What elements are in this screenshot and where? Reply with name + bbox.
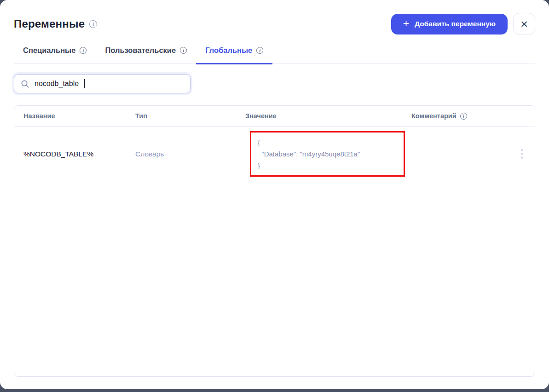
col-header-value: Значение	[245, 106, 411, 126]
search-icon	[21, 80, 29, 88]
tab-special[interactable]: Специальные i	[14, 46, 96, 64]
kebab-dot	[521, 156, 523, 159]
comment-info-icon[interactable]: i	[460, 113, 467, 120]
title-info-icon[interactable]: i	[89, 20, 97, 28]
tab-user-label: Пользовательские	[105, 46, 176, 55]
title-wrap: Переменные i	[14, 17, 97, 30]
col-header-type-label: Тип	[135, 112, 147, 120]
table-header-row: Название Тип Значение Комментарий i	[14, 106, 535, 127]
plus-icon: +	[403, 18, 409, 29]
variable-value-cell[interactable]: { "Database": "m4yry45uqe8t21a" }	[245, 131, 411, 177]
tab-bar: Специальные i Пользовательские i Глобаль…	[14, 46, 535, 64]
tab-user-info-icon[interactable]: i	[180, 47, 187, 54]
modal-header: Переменные i + Добавить переменную ✕	[14, 0, 535, 35]
tab-global-label: Глобальные	[205, 46, 252, 55]
variable-type-cell: Словарь	[135, 150, 245, 158]
kebab-dot	[521, 149, 523, 151]
add-variable-label: Добавить переменную	[415, 20, 496, 28]
col-header-comment: Комментарий i	[411, 106, 507, 126]
col-header-value-label: Значение	[245, 112, 277, 120]
variables-modal: Переменные i + Добавить переменную ✕ Спе…	[0, 0, 549, 389]
search-value: nocodb_table	[35, 80, 79, 88]
col-header-type: Тип	[135, 106, 245, 126]
header-actions: + Добавить переменную ✕	[391, 13, 535, 35]
col-header-name-label: Название	[23, 112, 55, 120]
col-header-actions	[507, 106, 526, 126]
search-input[interactable]: nocodb_table	[14, 74, 191, 93]
table-row: %NOCODB_TABLE% Словарь { "Database": "m4…	[14, 127, 535, 181]
tab-global-info-icon[interactable]: i	[256, 47, 263, 54]
col-header-comment-label: Комментарий	[411, 112, 457, 120]
col-header-name: Название	[23, 106, 135, 126]
variables-table: Название Тип Значение Комментарий i %NOC…	[14, 105, 535, 377]
add-variable-button[interactable]: + Добавить переменную	[391, 14, 508, 35]
tab-user[interactable]: Пользовательские i	[96, 46, 196, 64]
tab-special-label: Специальные	[23, 46, 75, 55]
close-button[interactable]: ✕	[513, 13, 535, 35]
page-title: Переменные	[14, 17, 85, 30]
kebab-dot	[521, 153, 523, 155]
close-icon: ✕	[520, 19, 528, 29]
row-menu-button[interactable]	[518, 146, 526, 161]
text-caret	[84, 79, 85, 88]
tab-special-info-icon[interactable]: i	[80, 47, 87, 54]
tab-global[interactable]: Глобальные i	[196, 46, 272, 64]
variable-name-cell: %NOCODB_TABLE%	[23, 150, 135, 158]
value-highlight-box[interactable]: { "Database": "m4yry45uqe8t21a" }	[250, 131, 405, 177]
